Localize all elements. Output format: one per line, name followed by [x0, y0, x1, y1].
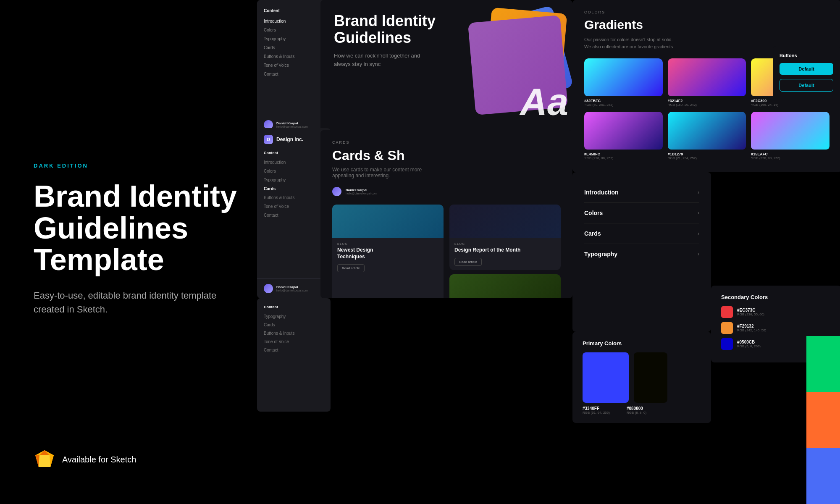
gradient-swatch-6: #15EAFC RGB (228, 88, 252) [751, 112, 830, 160]
sidebar3-nav-tone[interactable]: Tone of Voice [264, 339, 324, 344]
toc-item-introduction[interactable]: Introduction › [584, 182, 699, 203]
sidebar2-author-name: Daniel Korpai [276, 285, 308, 289]
accent-blue [806, 448, 840, 504]
svg-marker-5 [39, 455, 50, 467]
sidebar3-nav-typography[interactable]: Typography [264, 314, 324, 319]
sidebar3-nav-buttons[interactable]: Buttons & Inputs [264, 331, 324, 336]
blog-cards-right-col: BLOG Design Report of the Month Read art… [449, 205, 561, 298]
toc-item-cards[interactable]: Cards › [584, 223, 699, 244]
nav-item-cards[interactable]: Cards [264, 45, 324, 50]
sidebar2-avatar [264, 284, 273, 293]
cards-title: Cards & Sh [332, 148, 561, 163]
sidebar2-nav-introduction[interactable]: Introduction [264, 160, 324, 165]
panel-toc: Introduction › Colors › Cards › Typograp… [572, 172, 711, 332]
blog-card-img-1 [332, 205, 444, 238]
swatch-hex-2: #3214F2 [668, 99, 746, 103]
sidebar2-footer-text: Daniel Korpai hello@danielkorpai.com [276, 285, 308, 292]
sketch-icon [34, 449, 55, 470]
blog-card-title-1: Newest DesignTechniques [337, 247, 438, 260]
panel-sidebar-content: Content Introduction Colors Typography C… [257, 0, 331, 89]
panel-cards: CARDS Cards & Sh We use cards to make ou… [320, 130, 572, 298]
primary-hex-label-2: #080800 [627, 406, 646, 411]
primary-rgb-1: RGB (51, 64, 255) [583, 411, 610, 415]
primary-swatches-row [583, 352, 701, 403]
primary-dark-swatch [634, 352, 667, 403]
btn-default-cyan[interactable]: Default [780, 63, 833, 75]
sidebar2-nav-contact[interactable]: Contact [264, 213, 324, 218]
gradient-color-6 [751, 112, 830, 150]
sidebar3-nav-contact[interactable]: Contact [264, 348, 324, 352]
gradients-desc: Our passion for colors doesn't stop at s… [584, 36, 710, 50]
nav-item-contact[interactable]: Contact [264, 72, 324, 76]
nav-item-tone[interactable]: Tone of Voice [264, 63, 324, 68]
gradient-swatch-1: #32FBFC RGB (50, 251, 252) [584, 58, 663, 107]
cards-author: Daniel Korpai hello@danielkorpai.com [332, 187, 561, 196]
sec-color-row-2: #F29132 RGB (242, 145, 50) [721, 322, 831, 334]
blog-card-img-2 [449, 205, 561, 238]
swatch-hex-1: #32FBFC [584, 99, 663, 103]
sidebar2-footer: Daniel Korpai hello@danielkorpai.com [257, 278, 331, 298]
nav-item-colors[interactable]: Colors [264, 28, 324, 32]
swatch-rgb-3: RGB (165, 24, 16) [751, 103, 830, 107]
sidebar2-content: Content Introduction Colors Typography C… [257, 149, 331, 278]
hero-subtitle: Easy-to-use, editable brand identity tem… [34, 289, 269, 316]
toc-label-cards: Cards [584, 230, 601, 237]
panel-buttons: Buttons Default Default [773, 46, 840, 102]
chevron-right-icon-3: › [698, 231, 699, 236]
primary-large-swatch [583, 352, 629, 403]
cards-author-email: hello@danielkorpai.com [346, 192, 377, 195]
toc-item-colors[interactable]: Colors › [584, 203, 699, 223]
nav-item-buttons[interactable]: Buttons & Inputs [264, 54, 324, 59]
panel-brand-main: Brand IdentityGuidelines How we can rock… [320, 0, 572, 139]
sketch-label: Available for Sketch [62, 455, 136, 465]
primary-color-info-1: #3340FF RGB (51, 64, 255) [583, 406, 610, 415]
dark-edition-badge: DARK EDITION [34, 163, 281, 169]
sidebar2-nav-buttons[interactable]: Buttons & Inputs [264, 195, 324, 200]
sec-color-info-2: #F29132 RGB (242, 145, 50) [737, 324, 766, 332]
sec-swatch-3 [721, 338, 733, 350]
panel-sidebar3: Content Typography Cards Buttons & Input… [257, 298, 331, 412]
primary-colors-title: Primary Colors [583, 340, 701, 346]
panel-brand-top-sidebar: Content Introduction Colors Typography C… [257, 0, 331, 134]
sec-rgb-2: RGB (242, 145, 50) [737, 328, 766, 332]
sidebar2-nav-typography[interactable]: Typography [264, 178, 324, 182]
sidebar2-author-email: hello@danielkorpai.com [276, 289, 308, 292]
btn-default-outline[interactable]: Default [780, 79, 833, 92]
toc-item-typography[interactable]: Typography › [584, 244, 699, 264]
gradient-color-2 [668, 58, 746, 96]
nav-item-typography[interactable]: Typography [264, 37, 324, 41]
panel-sidebar2: D Design Inc. Content Introduction Color… [257, 128, 331, 298]
swatch-rgb-6: RGB (228, 88, 252) [751, 156, 830, 160]
blog-tag-2: BLOG [454, 242, 556, 245]
nav-item-introduction[interactable]: Introduction [264, 19, 324, 24]
sidebar2-nav-tone[interactable]: Tone of Voice [264, 204, 324, 209]
toc-label-introduction: Introduction [584, 189, 619, 196]
accent-orange [806, 392, 840, 448]
blog-cards-grid: BLOG Newest DesignTechniques Read articl… [332, 205, 561, 298]
read-article-btn-2[interactable]: Read article [454, 258, 482, 266]
toc-label-typography: Typography [584, 251, 617, 257]
cards-author-name: Daniel Korpai [346, 188, 377, 192]
sidebar2-nav-cards[interactable]: Cards [264, 186, 324, 191]
sidebar3-nav-cards[interactable]: Cards [264, 323, 324, 327]
blog-card-3: BLOG Practice Design Read article [449, 274, 561, 298]
primary-hex-label-1: #3340FF [583, 406, 610, 411]
logo-name: Design Inc. [276, 136, 303, 142]
content-label: Content [264, 8, 324, 13]
sidebar2-nav-colors[interactable]: Colors [264, 169, 324, 173]
sec-color-info-3: #0500CB RGB (5, 0, 203) [737, 340, 761, 348]
cards-stack: Aa [463, 6, 572, 132]
read-article-btn-1[interactable]: Read article [337, 264, 365, 272]
panel-primary-colors: Primary Colors #3340FF RGB (51, 64, 255)… [572, 332, 711, 423]
sec-swatch-1 [721, 306, 733, 318]
blog-card-body-2: BLOG Design Report of the Month Read art… [449, 238, 561, 270]
primary-rgb-2: RGB (8, 8, 0) [627, 411, 646, 415]
cards-author-text: Daniel Korpai hello@danielkorpai.com [346, 188, 377, 195]
sec-hex-1: #EC373C [737, 308, 764, 312]
chevron-right-icon: › [698, 189, 699, 195]
sec-hex-2: #F29132 [737, 324, 766, 328]
swatch-rgb-5: RGB (21, 234, 252) [668, 156, 746, 160]
cards-avatar [332, 187, 341, 196]
sec-rgb-3: RGB (5, 0, 203) [737, 344, 761, 348]
blog-tag-1: BLOG [337, 242, 438, 245]
